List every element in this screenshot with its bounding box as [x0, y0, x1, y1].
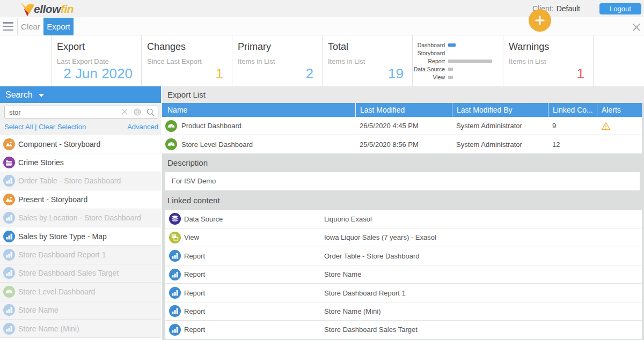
toolbar: Clear Export	[0, 17, 644, 35]
linked-content-row[interactable]: ReportStore Dashboard Sales Target	[165, 321, 642, 339]
select-all-clear-selection-link[interactable]: Select All | Clear Selection	[4, 123, 86, 131]
stat-card-warnings: Warnings Items in List 1	[503, 35, 593, 86]
search-result-item[interactable]: Store Level Dashboard	[0, 283, 161, 301]
linked-content-row[interactable]: ReportStore Name (Mini)	[165, 302, 642, 321]
export-list-title: Export List	[162, 86, 644, 103]
row-last-modified: 26/5/2020 4:45 PM	[355, 117, 452, 135]
stat-title: Changes	[147, 41, 223, 53]
description-section-label: Description	[162, 154, 644, 172]
mini-chart-label: View	[413, 74, 445, 80]
logout-button[interactable]: Logout	[599, 3, 641, 14]
column-header-linked-content[interactable]: Linked Co...	[548, 103, 597, 117]
mini-chart-label: Report	[413, 58, 445, 64]
export-list-row[interactable]: Store Level Dashboard25/5/2020 8:56 PMSy…	[162, 135, 642, 153]
tab-export[interactable]: Export	[43, 18, 74, 35]
search-result-label: Store Name (Mini)	[18, 324, 79, 333]
search-result-item[interactable]: Sales by Store Type - Map	[0, 227, 161, 246]
search-result-item[interactable]: Order Table - Store Dashboard	[0, 172, 161, 190]
stat-title: Warnings	[509, 41, 584, 53]
linked-item-name: Store Name (Mini)	[324, 307, 380, 315]
search-result-list: Component - StoryboardCrime StoriesOrder…	[0, 135, 161, 338]
add-button[interactable]	[529, 9, 551, 32]
search-result-label: Order Table - Store Dashboard	[18, 176, 121, 185]
search-result-label: Present - Storyboard	[18, 195, 87, 204]
report-icon	[169, 269, 181, 280]
storyboard-icon	[3, 138, 15, 150]
globe-icon[interactable]	[134, 108, 141, 116]
search-result-item[interactable]: Store Dashboard Sales Target	[0, 264, 161, 283]
mini-chart-bar	[448, 43, 456, 47]
linked-content-row[interactable]: Data SourceLiquorio Exasol	[165, 210, 642, 228]
logo-text: ellowfin	[34, 3, 74, 16]
yellowfin-logo: ellowfin	[19, 2, 74, 16]
stat-subtitle: Items in List	[238, 57, 313, 65]
close-icon[interactable]	[632, 23, 641, 32]
mini-chart-label: Dashboard	[413, 42, 445, 48]
linked-type-label: Report	[184, 289, 205, 297]
stat-value: 1	[577, 65, 584, 82]
mini-chart-row: Report	[413, 57, 503, 65]
linked-type-label: View	[184, 233, 199, 241]
warning-icon	[601, 122, 611, 130]
search-result-label: Store Dashboard Report 1	[18, 250, 106, 259]
mini-chart-row: Dashboard	[413, 41, 503, 49]
linked-content-row[interactable]: ReportStore Dashboard Report 1	[165, 284, 642, 302]
column-header-alerts[interactable]: Alerts	[597, 103, 642, 117]
export-summary-bar: Export Last Export Date 2 Jun 2020 Chang…	[0, 35, 644, 86]
advanced-link[interactable]: Advanced	[127, 123, 158, 131]
mini-chart-row: Data Source	[413, 65, 503, 73]
stat-card-primary: Primary Items in List 2	[232, 35, 322, 86]
tab-clear[interactable]: Clear	[18, 18, 43, 35]
linked-content-row[interactable]: ReportOrder Table - Store Dashboard	[165, 247, 642, 265]
column-header-last-modified-by[interactable]: Last Modified By	[452, 103, 548, 117]
storyboard-icon	[3, 194, 15, 205]
stat-value: 19	[388, 65, 404, 82]
search-icon[interactable]	[147, 108, 155, 116]
description-value: For ISV Demo	[165, 172, 640, 190]
mini-chart-row: View	[413, 73, 503, 81]
report-icon	[3, 212, 15, 224]
linked-content-row[interactable]: ReportStore Name	[165, 265, 642, 284]
stat-value: 2	[306, 65, 313, 82]
linked-content-row[interactable]: ViewIowa Liquor Sales (7 years) - Exasol	[165, 228, 642, 247]
search-result-label: Sales by Location - Store Dashboard	[18, 213, 141, 222]
column-header-name[interactable]: Name	[162, 103, 355, 117]
stats-tail-spacer	[593, 35, 644, 86]
row-last-modified-by: System Administrator	[452, 135, 548, 153]
stat-subtitle: Last Export Date	[57, 57, 133, 65]
search-result-item[interactable]: Store Dashboard Report 1	[0, 246, 161, 264]
row-linked-count: 9	[548, 117, 597, 135]
search-result-item[interactable]: Store Name (Mini)	[0, 320, 161, 338]
row-last-modified: 25/5/2020 8:56 PM	[355, 135, 452, 153]
search-input[interactable]	[5, 106, 123, 118]
stat-value: 2 Jun 2020	[63, 65, 133, 82]
linked-type-label: Report	[184, 326, 205, 334]
search-result-item[interactable]: Present - Storyboard	[0, 190, 161, 209]
export-detail-panel: Export List Name Last Modified Last Modi…	[162, 86, 644, 340]
stat-title: Total	[328, 41, 404, 53]
report-icon	[3, 304, 15, 316]
folder-icon	[3, 157, 15, 168]
stat-title: Primary	[238, 41, 313, 53]
dashboard-icon	[3, 286, 15, 298]
datasource-icon	[169, 213, 181, 225]
search-result-item[interactable]: Crime Stories	[0, 153, 161, 172]
search-panel-header[interactable]: Search	[0, 86, 161, 103]
report-icon	[169, 250, 181, 262]
linked-item-name: Store Dashboard Sales Target	[324, 326, 418, 334]
search-result-item[interactable]: Sales by Location - Store Dashboard	[0, 209, 161, 227]
search-result-item[interactable]: Component - Storyboard	[0, 135, 161, 153]
search-result-item[interactable]: Store Name	[0, 301, 161, 320]
report-icon	[3, 323, 15, 335]
stats-lead-spacer	[0, 35, 51, 86]
linked-type-label: Data Source	[184, 215, 223, 223]
export-list-row[interactable]: Product Dashboard26/5/2020 4:45 PMSystem…	[162, 117, 642, 135]
clear-search-icon[interactable]	[121, 109, 128, 115]
column-header-last-modified[interactable]: Last Modified	[355, 103, 452, 117]
search-result-label: Store Level Dashboard	[18, 287, 95, 296]
search-result-label: Store Dashboard Sales Target	[18, 269, 119, 277]
hamburger-menu-icon[interactable]	[3, 22, 13, 31]
row-linked-count: 12	[548, 135, 597, 153]
stat-subtitle: Items in List	[509, 57, 584, 65]
stat-card-changes: Changes Since Last Export 1	[141, 35, 232, 86]
